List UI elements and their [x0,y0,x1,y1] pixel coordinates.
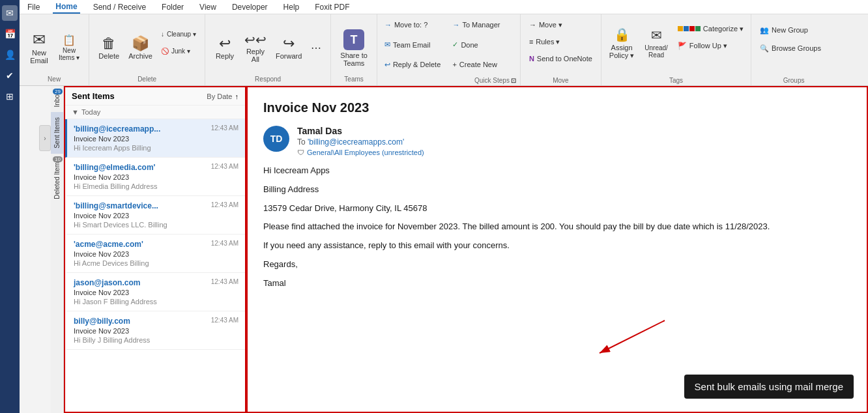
email-1-time: 12:43 AM [211,124,239,135]
email-view: Invoice Nov 2023 TD Tamal Das To 'billin… [246,86,868,413]
app-sidebar: ✉ 📅 👤 ✔ ⊞ [0,0,20,413]
menu-view[interactable]: View [197,1,219,13]
sent-items-folder[interactable]: Sent Items [51,112,63,154]
delete-icon: 🗑 [102,36,116,51]
create-new-button[interactable]: + Create New [449,57,516,72]
menu-file[interactable]: File [25,1,42,13]
sidebar-calendar-icon[interactable]: 📅 [2,26,18,42]
share-to-teams-button[interactable]: T Share toTeams [336,22,371,74]
ribbon-tags-label: Tags [605,77,747,84]
ribbon-teams-label: Teams [344,76,363,84]
email-body-line-2: Billing Address [263,183,851,197]
email-item-6-row: billy@billy.com 12:43 AM [74,317,239,327]
follow-up-icon: 🚩 [678,42,687,50]
sidebar-mail-icon[interactable]: ✉ [2,5,18,21]
ribbon-delete-content: 🗑 Delete 📦 Archive ↓ Cleanup ▾ 🚫 Junk ▾ [94,17,199,74]
reply-delete-icon: ↩ [384,61,390,69]
forward-button[interactable]: ↪ Forward [272,22,306,74]
email-item-2[interactable]: 'billing@elmedia.com' 12:43 AM Invoice N… [65,158,245,196]
menu-home[interactable]: Home [53,1,80,14]
sent-items-label: Sent Items [53,117,61,149]
menu-developer[interactable]: Developer [229,1,270,13]
email-item-4-row: 'acme@acme.com' 12:43 AM [74,240,239,250]
menu-help[interactable]: Help [281,1,302,13]
sort-by-date[interactable]: By Date [207,93,232,100]
send-to-onenote-button[interactable]: N Send to OneNote [526,51,596,66]
reply-delete-label: Reply & Delete [393,61,441,68]
menu-send-receive[interactable]: Send / Receive [91,1,149,13]
move-button[interactable]: → Move ▾ [526,17,596,33]
email-body-line-4: Please find attached the invoice for Nov… [263,220,851,234]
email-5-preview: Hi Jason F Billing Address [74,298,239,306]
junk-icon: 🚫 [161,48,169,55]
archive-icon: 📦 [132,36,149,51]
email-5-subject: Invoice Nov 2023 [74,289,239,296]
done-button[interactable]: ✓ Done [449,37,516,53]
ribbon-section-new: ✉ NewEmail 📋 NewItems ▾ New [20,14,89,85]
delete-button[interactable]: 🗑 Delete [94,22,123,74]
ribbon-teams-content: T Share toTeams [336,17,371,74]
new-email-label: NewEmail [30,49,48,64]
move-to-label: Move to: ? [394,21,427,29]
more-respond-button[interactable]: ⋯ [307,22,325,74]
share-to-teams-label: Share toTeams [340,51,368,67]
email-item-3-row: 'billing@smartdevice... 12:43 AM [74,201,239,212]
email-item-5-row: jason@jason.com 12:43 AM [74,278,239,289]
ribbon-section-delete: 🗑 Delete 📦 Archive ↓ Cleanup ▾ 🚫 Junk ▾ … [89,14,205,85]
email-item-1[interactable]: 'billing@icecreamapp... 12:43 AM Invoice… [65,119,245,158]
deleted-items-folder[interactable]: Deleted Items 10 [51,154,63,205]
email-2-subject: Invoice Nov 2023 [74,173,239,181]
more-respond-icon: ⋯ [311,43,321,53]
email-to: To 'billing@icecreamapps.com' [297,137,424,147]
quick-steps-expand[interactable]: ⊡ [511,77,516,84]
email-1-preview: Hi Icecream Apps Billing [74,144,239,152]
email-item-6[interactable]: billy@billy.com 12:43 AM Invoice Nov 202… [65,311,245,350]
email-3-preview: Hi Smart Devices LLC. Billing [74,221,239,229]
move-to-button[interactable]: → Move to: ? [381,17,448,33]
sort-controls: By Date ↑ [207,93,239,100]
menu-folder[interactable]: Folder [159,1,186,13]
new-email-icon: ✉ [33,32,46,48]
delete-label: Delete [98,52,119,60]
browse-groups-button[interactable]: 🔍 Browse Groups [757,40,831,56]
team-email-label: Team Email [393,41,430,49]
email-body-line-3: 13579 Cedar Drive, Harmony City, IL 4567… [263,202,851,216]
rules-button[interactable]: ≡ Rules ▾ [526,34,596,50]
new-email-button[interactable]: ✉ NewEmail [25,22,53,74]
done-label: Done [461,41,478,49]
to-manager-button[interactable]: → To Manager [449,17,516,33]
email-5-time: 12:43 AM [211,278,239,289]
menu-foxit-pdf[interactable]: Foxit PDF [312,1,352,13]
reply-button[interactable]: ↩ Reply [210,22,239,74]
reply-delete-button[interactable]: ↩ Reply & Delete [381,57,448,72]
email-item-3[interactable]: 'billing@smartdevice... 12:43 AM Invoice… [65,196,245,235]
inbox-folder[interactable]: Inbox 29 [51,86,63,112]
categorize-button[interactable]: Categorize ▾ [674,21,747,36]
new-group-button[interactable]: 👥 New Group [757,22,831,38]
new-items-label: NewItems ▾ [59,47,80,61]
email-item-4[interactable]: 'acme@acme.com' 12:43 AM Invoice Nov 202… [65,235,245,273]
assign-policy-button[interactable]: 🔒 AssignPolicy ▾ [605,17,638,69]
sidebar-apps-icon[interactable]: ⊞ [2,89,18,104]
new-items-button[interactable]: 📋 NewItems ▾ [55,22,83,74]
archive-button[interactable]: 📦 Archive [124,22,156,74]
ribbon-section-move: → Move ▾ ≡ Rules ▾ N Send to OneNote Mov… [521,14,601,85]
ribbon-respond-label: Respond [255,76,281,84]
ribbon-move-label: Move [526,77,596,84]
sidebar-tasks-icon[interactable]: ✔ [2,68,18,83]
collapse-button[interactable]: › [39,125,51,151]
browse-groups-label: Browse Groups [772,44,821,52]
email-1-subject: Invoice Nov 2023 [74,135,239,143]
reply-all-button[interactable]: ↩↩ ReplyAll [240,22,270,74]
follow-up-button[interactable]: 🚩 Follow Up ▾ [674,38,747,53]
unread-read-button[interactable]: ✉ Unread/Read [641,17,672,69]
email-item-5[interactable]: jason@jason.com 12:43 AM Invoice Nov 202… [65,273,245,311]
email-4-time: 12:43 AM [211,240,239,250]
team-email-button[interactable]: ✉ Team Email [381,37,448,53]
cleanup-button[interactable]: ↓ Cleanup ▾ [158,26,199,42]
sort-direction-icon[interactable]: ↑ [235,93,239,100]
ribbon-groups-content: 👥 New Group 🔍 Browse Groups [757,17,831,56]
junk-button[interactable]: 🚫 Junk ▾ [158,43,199,59]
move-icon: → [529,21,536,29]
sidebar-contacts-icon[interactable]: 👤 [2,47,18,63]
